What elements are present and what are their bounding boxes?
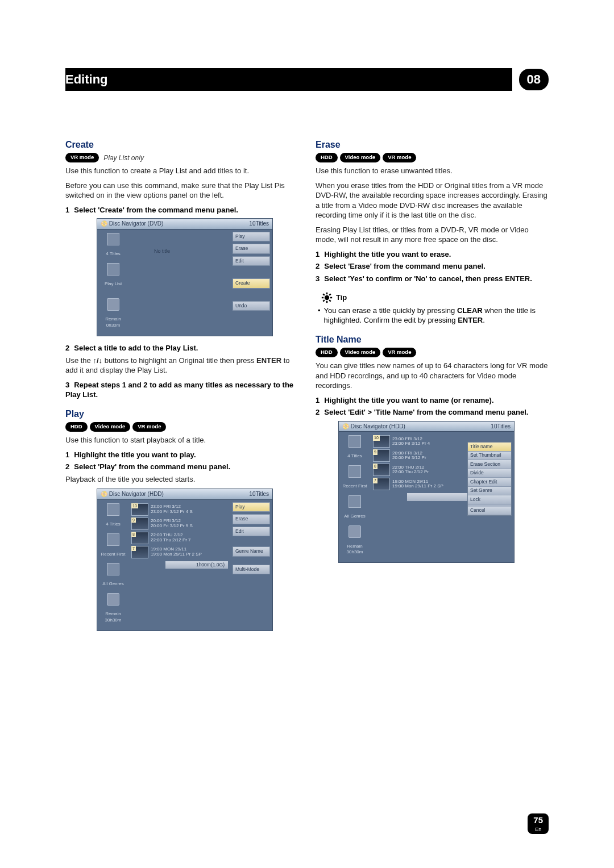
cm-erase-section[interactable]: Erase Section [468,460,511,469]
osd-title-count: 10Titles [249,490,269,498]
list-item[interactable]: 1023:00 FRI 3/1223:00 Fri 3/12 Pr 4 S [131,503,230,516]
genres-icon [349,495,361,508]
create-p1: Use this function to create a Play List … [65,166,298,176]
menu-create[interactable]: Create [233,278,270,288]
menu-play[interactable]: Play [233,502,270,512]
osd-title-list: 1023:00 FRI 3/1223:00 Fri 3/12 Pr 4 S 92… [129,500,233,627]
badge-note: Play List only [103,153,144,162]
menu-genre-name[interactable]: Genre Name [233,546,270,556]
edit-context-menu: Title name Set Thumbnail Erase Section D… [467,442,512,516]
tip-bullet: • You can erase a title quickly by press… [318,306,549,326]
osd-disc-navigator-hdd-edit: 📀 Disc Navigator (HDD) 10Titles 4 Titles… [338,421,515,563]
create-step-2: 2Select a title to add to the Play List. [65,343,298,353]
osd-disc-navigator-hdd-play: 📀 Disc Navigator (HDD) 10Titles 4 Titles… [97,489,273,631]
svg-line-6 [329,300,331,302]
list-item[interactable]: 920:00 FRI 3/1220:00 Fri 3/12 Pr 9 S [131,518,230,530]
badge-hdd: HDD [316,348,338,357]
create-p2: Before you can use this command, make su… [65,181,298,201]
cm-chapter-edit[interactable]: Chapter Edit [468,478,511,486]
up-down-arrow-icon: ↑/↓ [93,356,102,365]
menu-edit[interactable]: Edit [233,527,270,536]
section-titlename-title: Title Name [316,333,549,346]
erase-p3: Erasing Play List titles, or titles from… [316,225,549,245]
titlename-p1: You can give titles new names of up to 6… [316,361,549,391]
sidebar-recent: Recent First [101,552,125,558]
left-column: Create VR mode Play List only Use this f… [65,131,298,638]
titlename-badges: HDD Video mode VR mode [316,348,549,357]
tip-header: Tip [321,292,549,303]
titlename-step-2: 2Select 'Edit' > 'Title Name' from the c… [316,407,549,418]
osd-disc-navigator-dvd: 📀 Disc Navigator (DVD) 10Titles 4 Titles… [97,218,273,336]
play-step-1: 1Highlight the title you want to play. [65,450,298,460]
cm-cancel[interactable]: Cancel [468,507,511,515]
sidebar-titles: 4 Titles [347,453,362,460]
titles-icon [107,503,119,516]
osd-sidebar: 4 Titles Recent First All Genres Remain … [339,432,371,559]
titlename-step-1: 1Highlight the title you want to name (o… [316,395,549,406]
osd-command-menu: Play Erase Edit Genre Name Multi-Mode [233,500,272,627]
create-badges: VR mode Play List only [65,153,298,162]
menu-erase[interactable]: Erase [233,514,270,524]
section-erase-title: Erase [316,139,549,151]
sidebar-genres: All Genres [102,581,123,587]
play-step-2-body: Playback of the title you selected start… [65,474,298,485]
page-number: 75 En [528,813,549,834]
osd-size-footer: 1h00m(1.0G) [165,561,228,569]
osd-title-label: 📀 Disc Navigator (HDD) [342,423,405,431]
chapter-number: 08 [519,69,549,90]
erase-step-3: 3Select 'Yes' to confirm or 'No' to canc… [316,274,549,284]
sidebar-remain: Remain 30h30m [105,611,122,624]
tip-label: Tip [336,293,347,303]
play-p1: Use this function to start playback of a… [65,435,298,445]
right-column: Erase HDD Video mode VR mode Use this fu… [316,131,549,638]
list-item[interactable]: 822:00 THU 2/1222:00 Thu 2/12 Pr 7 [131,532,230,544]
osd-title-label: 📀 Disc Navigator (DVD) [101,220,163,228]
sidebar-genres: All Genres [344,514,365,520]
erase-step-1: 1Highlight the title you want to erase. [316,249,549,260]
menu-multi-mode[interactable]: Multi-Mode [233,565,270,574]
sidebar-remain: Remain 0h30m [105,316,121,329]
no-title-label: No title [154,248,230,254]
cm-divide[interactable]: Divide [468,469,511,478]
list-item[interactable]: 719:00 MON 29/1119:00 Mon 29/11 Pr 2 SP [131,546,230,558]
osd-sidebar: 4 Titles Recent First All Genres Remain … [97,500,129,627]
menu-erase[interactable]: Erase [233,244,270,253]
disc-mode-icon [107,298,119,311]
sidebar-recent: Recent First [342,483,367,490]
sidebar-titles: 4 Titles [106,251,120,257]
osd-title-count: 10Titles [491,423,511,431]
playlist-icon [107,263,119,276]
menu-edit[interactable]: Edit [233,256,270,266]
genres-icon [107,563,119,575]
menu-play[interactable]: Play [233,232,270,241]
cm-set-thumbnail[interactable]: Set Thumbnail [468,452,511,460]
section-play-title: Play [65,408,298,420]
section-create-title: Create [65,139,298,151]
hdd-mode-icon [107,593,119,606]
osd-title-label: 📀 Disc Navigator (HDD) [101,490,164,498]
badge-video-mode: Video mode [340,153,381,162]
erase-step-2: 2Select 'Erase' from the command menu pa… [316,261,549,272]
create-step-2-body: Use the ↑/↓ buttons to highlight an Orig… [65,356,298,375]
titles-icon [349,435,361,448]
cm-lock[interactable]: Lock [468,495,511,504]
sidebar-titles: 4 Titles [106,521,120,528]
erase-badges: HDD Video mode VR mode [316,153,549,162]
page-title: Editing [65,68,512,91]
badge-vr-mode: VR mode [65,153,99,162]
header-bar: Editing 08 [65,68,549,91]
osd-sidebar: 4 Titles Play List Remain 0h30m [97,229,129,332]
gear-icon [321,292,333,303]
svg-line-5 [323,294,325,295]
badge-video-mode: Video mode [340,348,381,357]
cm-set-genre[interactable]: Set Genre [468,487,511,495]
erase-p2: When you erase titles from the HDD or Or… [316,181,549,220]
play-badges: HDD Video mode VR mode [65,422,298,432]
badge-vr-mode: VR mode [383,348,416,357]
badge-vr-mode: VR mode [132,422,166,432]
svg-line-7 [329,294,331,295]
create-step-3: 3Repeat steps 1 and 2 to add as many tit… [65,380,298,400]
cm-title-name[interactable]: Title name [468,443,511,451]
svg-line-8 [323,300,325,302]
menu-undo[interactable]: Undo [233,301,270,311]
